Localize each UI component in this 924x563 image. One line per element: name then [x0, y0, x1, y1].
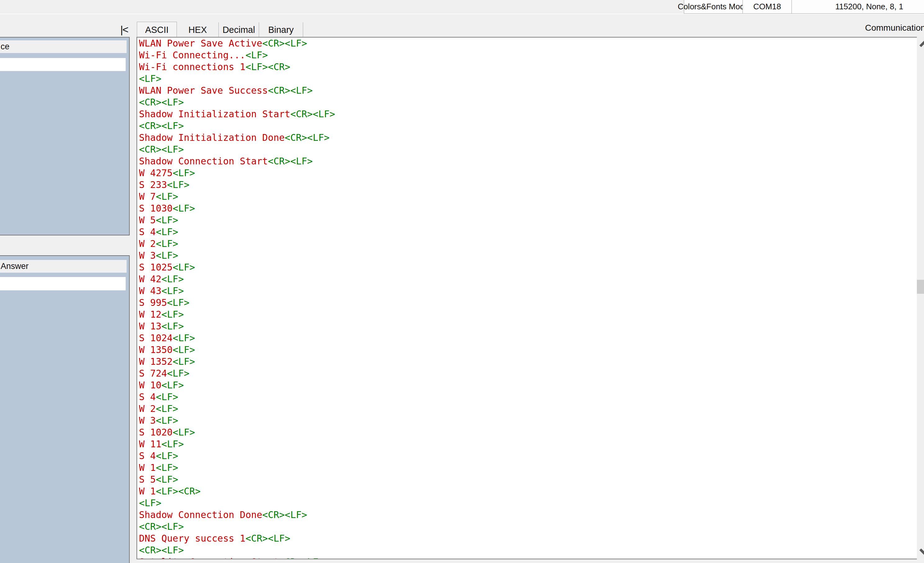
log-line: DNS Query success 1<CR><LF> [139, 533, 917, 544]
log-line: <CR><LF> [139, 544, 917, 556]
log-line: Shadow Connection Start<CR><LF> [139, 156, 917, 167]
log-line: <LF> [139, 73, 917, 85]
log-line: S 4<LF> [139, 450, 917, 462]
send-sequences-panel: ce [0, 37, 130, 235]
log-line: W 11<LF> [139, 438, 917, 450]
log-line: W 43<LF> [139, 285, 917, 297]
log-line: Satelite Connection Start<CR><LF> [139, 556, 917, 559]
log-line: S 4<LF> [139, 226, 917, 238]
answer-input-row[interactable] [0, 277, 126, 290]
scrollbar[interactable] [917, 37, 924, 559]
log-line: W 2<LF> [139, 238, 917, 250]
log-line: W 3<LF> [139, 415, 917, 427]
log-line: <LF> [139, 497, 917, 509]
log-line: S 1020<LF> [139, 427, 917, 438]
log-line: W 1350<LF> [139, 344, 917, 356]
scroll-down-icon[interactable] [919, 548, 924, 556]
log-line: S 1024<LF> [139, 332, 917, 344]
log-line: S 233<LF> [139, 179, 917, 191]
log-line: Shadow Connection Done<CR><LF> [139, 509, 917, 521]
log-line: Shadow Initialization Done<CR><LF> [139, 132, 917, 144]
log-line: S 4<LF> [139, 391, 917, 403]
log-line: W 3<LF> [139, 250, 917, 262]
status-bar-divider [0, 13, 924, 14]
log-line: W 1<LF> [139, 462, 917, 474]
tab-hex[interactable]: HEX [177, 22, 219, 37]
log-line: <CR><LF> [139, 120, 917, 132]
log-line: W 2<LF> [139, 403, 917, 415]
log-line: S 995<LF> [139, 297, 917, 308]
log-line: S 1025<LF> [139, 262, 917, 273]
log-line: Wi-Fi Connecting...<LF> [139, 49, 917, 61]
tab-binary[interactable]: Binary [259, 22, 303, 37]
log-line: W 4275<LF> [139, 167, 917, 179]
log-line: W 42<LF> [139, 273, 917, 285]
log-line: S 1030<LF> [139, 202, 917, 214]
sequence-column-header: ce [0, 40, 127, 53]
log-line: S 724<LF> [139, 368, 917, 379]
log-line: <CR><LF> [139, 521, 917, 533]
scroll-up-icon[interactable] [919, 39, 924, 48]
status-cell-serial-settings[interactable]: 115200, None, 8, 1 [792, 0, 924, 13]
log-area[interactable]: WLAN Power Save Active<CR><LF>Wi-Fi Conn… [136, 37, 917, 559]
log-line: <CR><LF> [139, 144, 917, 156]
log-line: W 13<LF> [139, 320, 917, 332]
log-line: W 5<LF> [139, 214, 917, 226]
receive-sequences-panel: Answer [0, 255, 130, 563]
log-line: W 10<LF> [139, 379, 917, 391]
answer-column-header: Answer [0, 260, 127, 273]
log-line: <CR><LF> [139, 96, 917, 108]
log-line: Wi-Fi connections 1<LF><CR> [139, 61, 917, 73]
tab-decimal[interactable]: Decimal [219, 22, 259, 37]
log-line: WLAN Power Save Active<CR><LF> [139, 37, 917, 49]
tab-ascii[interactable]: ASCII [137, 22, 177, 38]
log-lines: WLAN Power Save Active<CR><LF>Wi-Fi Conn… [137, 37, 917, 559]
log-line: W 1<LF><CR> [139, 485, 917, 497]
log-line: W 12<LF> [139, 308, 917, 320]
status-cell-colors-fonts-mode[interactable]: Colors&Fonts Mode [684, 0, 743, 13]
log-line: W 7<LF> [139, 191, 917, 202]
log-line: S 5<LF> [139, 474, 917, 485]
status-cell-com-port[interactable]: COM18 [743, 0, 792, 13]
communication-title: Communication [865, 23, 924, 33]
log-line: WLAN Power Save Success<CR><LF> [139, 85, 917, 96]
scrollbar-thumb[interactable] [917, 280, 924, 294]
sequence-input-row[interactable] [0, 58, 126, 71]
log-line: Shadow Initialization Start<CR><LF> [139, 108, 917, 120]
log-line: W 1352<LF> [139, 356, 917, 368]
collapse-button[interactable]: |< [116, 22, 133, 37]
status-cells: Colors&Fonts Mode COM18 115200, None, 8,… [684, 0, 924, 13]
